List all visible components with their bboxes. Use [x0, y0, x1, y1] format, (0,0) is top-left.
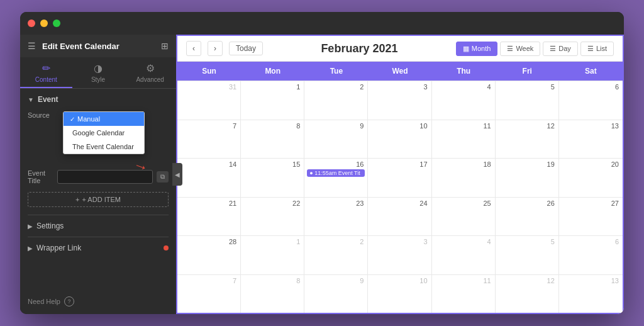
- cal-cell-0-2[interactable]: 2: [304, 81, 368, 120]
- cal-row-4: 28123456: [177, 235, 623, 274]
- cal-cell-4-6[interactable]: 6: [559, 236, 623, 274]
- cal-cell-1-0[interactable]: 7: [177, 120, 241, 159]
- minimize-button[interactable]: [40, 20, 48, 27]
- day-num-5-4: 11: [435, 277, 492, 284]
- cal-cell-1-6[interactable]: 13: [559, 120, 623, 159]
- cal-cell-4-1[interactable]: 1: [241, 236, 304, 274]
- tab-style[interactable]: ◑ Style: [72, 57, 125, 88]
- cal-cell-5-5[interactable]: 12: [496, 275, 559, 313]
- dropdown-item-manual[interactable]: ✓ Manual: [64, 112, 144, 126]
- cal-cell-3-3[interactable]: 24: [368, 198, 431, 236]
- week-view-button[interactable]: ☰ Week: [500, 42, 540, 56]
- cal-cell-5-1[interactable]: 8: [241, 275, 304, 313]
- day-num-2-3: 17: [370, 160, 428, 168]
- plus-icon: +: [75, 196, 79, 203]
- cal-cell-3-0[interactable]: 21: [177, 198, 241, 236]
- day-num-3-5: 26: [498, 200, 556, 207]
- prev-button[interactable]: ‹: [186, 41, 201, 56]
- calendar-month-year: February 2021: [269, 42, 450, 55]
- sidebar-collapse-handle[interactable]: ◀: [172, 163, 182, 186]
- day-num-1-6: 13: [562, 122, 620, 130]
- cal-cell-3-2[interactable]: 23: [304, 198, 368, 236]
- tab-advanced-label: Advanced: [136, 76, 164, 83]
- cal-cell-4-4[interactable]: 4: [432, 236, 496, 274]
- day-view-button[interactable]: ☰ Day: [543, 42, 578, 56]
- help-icon[interactable]: ?: [64, 296, 74, 306]
- next-button[interactable]: ›: [208, 41, 223, 56]
- tab-advanced[interactable]: ⚙ Advanced: [124, 57, 176, 88]
- settings-section[interactable]: ▶ Settings: [28, 215, 169, 237]
- month-view-button[interactable]: ▦ Month: [456, 42, 498, 56]
- cal-cell-1-5[interactable]: 12: [496, 120, 559, 159]
- cal-cell-3-4[interactable]: 25: [432, 198, 496, 236]
- dropdown-manual-label: Manual: [77, 115, 100, 123]
- day-num-5-6: 13: [562, 277, 620, 284]
- style-icon: ◑: [94, 62, 103, 74]
- source-dropdown[interactable]: ✓ Manual Google Calendar The Event Calen…: [63, 111, 145, 154]
- cal-cell-4-0[interactable]: 28: [177, 236, 241, 274]
- week-view-label: Week: [516, 45, 533, 52]
- day-num-1-4: 11: [435, 122, 492, 130]
- day-icon: ☰: [550, 45, 556, 53]
- cal-cell-2-4[interactable]: 18: [432, 159, 496, 197]
- cal-cell-4-3[interactable]: 3: [368, 236, 431, 274]
- dropdown-item-tec[interactable]: The Event Calendar: [64, 140, 144, 154]
- day-num-4-0: 28: [180, 238, 238, 245]
- cal-cell-5-0[interactable]: 7: [177, 275, 241, 313]
- cal-cell-2-2[interactable]: 16● 11:55am Event Tit: [304, 159, 368, 197]
- event-section-header[interactable]: ▼ Event: [28, 95, 169, 104]
- maximize-button[interactable]: [53, 20, 60, 27]
- need-help-section: Need Help ?: [20, 289, 176, 314]
- day-num-4-1: 1: [243, 238, 301, 245]
- cal-cell-1-3[interactable]: 10: [368, 120, 431, 159]
- copy-button[interactable]: ⧉: [157, 171, 169, 183]
- pencil-icon: ✏: [42, 62, 50, 74]
- cal-cell-5-4[interactable]: 11: [432, 275, 496, 313]
- cal-cell-3-6[interactable]: 27: [559, 198, 623, 236]
- list-view-button[interactable]: ☰ List: [580, 42, 614, 56]
- tab-style-label: Style: [91, 76, 105, 83]
- cal-cell-0-1[interactable]: 1: [241, 81, 304, 120]
- day-num-2-2: 16: [307, 160, 365, 168]
- cal-cell-3-1[interactable]: 22: [241, 198, 304, 236]
- day-num-3-0: 21: [180, 200, 238, 207]
- day-num-3-2: 23: [307, 200, 365, 207]
- cal-cell-0-6[interactable]: 6: [559, 81, 623, 120]
- cal-cell-0-5[interactable]: 5: [496, 81, 559, 120]
- grid-icon[interactable]: ⊞: [161, 41, 169, 51]
- cal-cell-0-3[interactable]: 3: [368, 81, 431, 120]
- cal-cell-4-2[interactable]: 2: [304, 236, 368, 274]
- cal-cell-0-0[interactable]: 31: [177, 81, 241, 120]
- cal-cell-2-1[interactable]: 15: [241, 159, 304, 197]
- day-num-3-3: 24: [370, 200, 428, 207]
- need-help-label: Need Help: [28, 298, 60, 305]
- day-num-3-6: 27: [562, 200, 620, 207]
- sidebar-header-left: ☰ Edit Event Calendar: [28, 41, 119, 51]
- wrapper-link-section[interactable]: ▶ Wrapper Link: [28, 237, 169, 259]
- cal-cell-1-4[interactable]: 11: [432, 120, 496, 159]
- cal-cell-5-2[interactable]: 9: [304, 275, 368, 313]
- cal-cell-2-5[interactable]: 19: [496, 159, 559, 197]
- close-button[interactable]: [28, 20, 35, 27]
- section-arrow: ▼: [28, 96, 34, 103]
- today-button[interactable]: Today: [229, 42, 263, 55]
- dropdown-item-google[interactable]: Google Calendar: [64, 126, 144, 140]
- day-num-0-6: 6: [562, 83, 620, 91]
- cal-cell-2-0[interactable]: 14: [177, 159, 241, 197]
- cal-cell-0-4[interactable]: 4: [432, 81, 496, 120]
- tab-content[interactable]: ✏ Content: [20, 57, 72, 88]
- hamburger-icon[interactable]: ☰: [28, 41, 36, 51]
- add-item-button[interactable]: + + ADD ITEM: [28, 192, 169, 207]
- cal-cell-5-3[interactable]: 10: [368, 275, 431, 313]
- day-num-0-1: 1: [243, 83, 301, 91]
- event-pill-2-2[interactable]: ● 11:55am Event Tit: [307, 169, 365, 177]
- cal-cell-2-6[interactable]: 20: [559, 159, 623, 197]
- header-thu: Thu: [432, 62, 496, 81]
- cal-cell-3-5[interactable]: 26: [496, 198, 559, 236]
- cal-cell-5-6[interactable]: 13: [559, 275, 623, 313]
- cal-cell-1-1[interactable]: 8: [241, 120, 304, 159]
- cal-cell-4-5[interactable]: 5: [496, 236, 559, 274]
- day-num-1-5: 12: [498, 122, 556, 130]
- cal-cell-1-2[interactable]: 9: [304, 120, 368, 159]
- cal-cell-2-3[interactable]: 17: [368, 159, 431, 197]
